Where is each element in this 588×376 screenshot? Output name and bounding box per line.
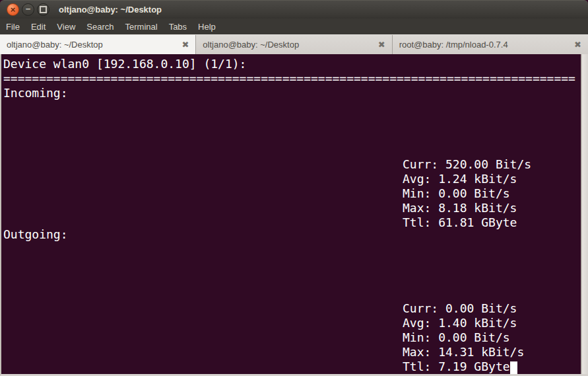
menu-item-tabs[interactable]: Tabs: [169, 22, 193, 32]
outgoing-ttl-line: Ttl: 7.19 GByte: [403, 359, 524, 374]
incoming-curr: Curr: 520.00 Bit/s: [403, 157, 531, 172]
incoming-max: Max: 8.18 kBit/s: [403, 201, 531, 215]
outgoing-max: Max: 14.31 kBit/s: [403, 345, 524, 359]
menu-item-terminal[interactable]: Terminal: [125, 22, 164, 32]
tab-close-icon[interactable]: ✖: [181, 40, 189, 50]
menu-item-help[interactable]: Help: [198, 22, 222, 32]
menu-item-edit[interactable]: Edit: [31, 22, 51, 32]
minimize-window-button[interactable]: −: [22, 3, 34, 16]
terminal-screen[interactable]: Device wlan0 [192.168.0.10] (1/1): =====…: [0, 54, 588, 376]
maximize-window-button[interactable]: [37, 3, 49, 16]
outgoing-avg: Avg: 1.40 kBit/s: [403, 316, 524, 330]
incoming-stats: Curr: 520.00 Bit/s Avg: 1.24 kBit/s Min:…: [403, 157, 531, 230]
menu-item-file[interactable]: File: [6, 22, 26, 32]
device-line: Device wlan0 [192.168.0.10] (1/1):: [3, 57, 246, 71]
tab-root-nload[interactable]: root@baby: /tmp/nload-0.7.4 ✖: [393, 35, 588, 54]
tab-bar: oltjano@baby: ~/Desktop ✖ oltjano@baby: …: [0, 34, 588, 54]
menu-item-view[interactable]: View: [57, 22, 81, 32]
outgoing-ttl: Ttl: 7.19 GByte: [403, 359, 510, 373]
outgoing-stats: Curr: 0.00 Bit/s Avg: 1.40 kBit/s Min: 0…: [403, 301, 524, 374]
tab-label: root@baby: /tmp/nload-0.7.4: [399, 40, 569, 50]
menu-item-search[interactable]: Search: [86, 22, 119, 32]
outgoing-curr: Curr: 0.00 Bit/s: [403, 301, 524, 316]
outgoing-min: Min: 0.00 Bit/s: [403, 330, 524, 345]
tab-label: oltjano@baby: ~/Desktop: [203, 40, 372, 50]
incoming-ttl: Ttl: 61.81 GByte: [403, 215, 531, 230]
terminal-scrollbar[interactable]: [581, 54, 588, 374]
window-title: oltjano@baby: ~/Desktop: [59, 5, 162, 15]
minimize-icon: −: [26, 5, 31, 13]
outgoing-label: Outgoing:: [3, 227, 68, 242]
terminal-window: × − oltjano@baby: ~/Desktop File Edit Vi…: [0, 0, 588, 376]
incoming-label: Incoming:: [3, 86, 68, 100]
tab-close-icon[interactable]: ✖: [378, 40, 385, 50]
close-window-button[interactable]: ×: [7, 3, 19, 16]
incoming-avg: Avg: 1.24 kBit/s: [403, 172, 531, 186]
tab-label: oltjano@baby: ~/Desktop: [7, 40, 176, 50]
close-icon: ×: [11, 5, 16, 14]
menubar: File Edit View Search Terminal Tabs Help: [0, 19, 588, 34]
separator-line: ========================================…: [3, 71, 579, 86]
titlebar[interactable]: × − oltjano@baby: ~/Desktop: [0, 0, 588, 19]
tab-oltjano-desktop-1[interactable]: oltjano@baby: ~/Desktop ✖: [0, 35, 196, 54]
maximize-icon: [40, 6, 47, 13]
tab-oltjano-desktop-2[interactable]: oltjano@baby: ~/Desktop ✖: [196, 35, 392, 54]
incoming-min: Min: 0.00 Bit/s: [403, 186, 531, 201]
tab-close-icon[interactable]: ✖: [574, 40, 581, 50]
terminal-cursor: [510, 361, 517, 374]
